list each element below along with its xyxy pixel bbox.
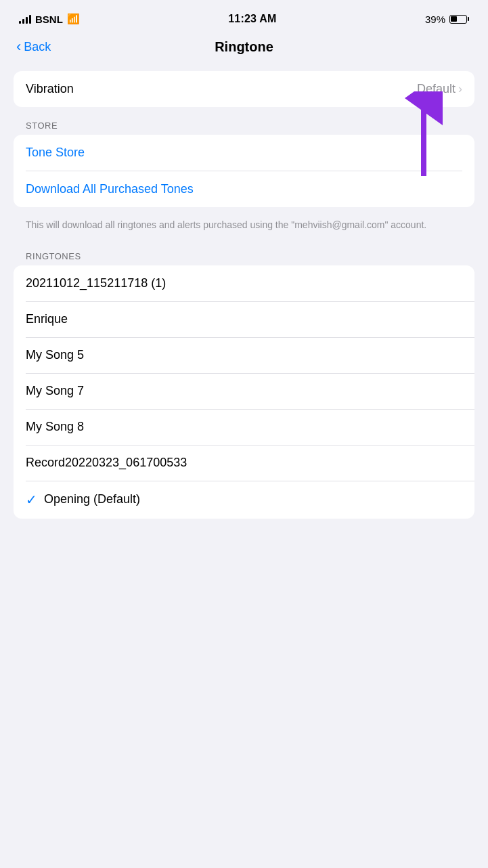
ringtone-item[interactable]: My Song 5	[14, 337, 474, 373]
page-title: Ringtone	[215, 39, 273, 55]
ringtone-item[interactable]: 20211012_115211718 (1)	[14, 265, 474, 301]
ringtone-item[interactable]: My Song 8	[14, 409, 474, 445]
vibration-label: Vibration	[26, 82, 74, 96]
ringtones-card: 20211012_115211718 (1)EnriqueMy Song 5My…	[14, 265, 474, 519]
ringtone-name: Record20220323_061700533	[26, 456, 187, 470]
checkmark-icon: ✓	[26, 492, 37, 508]
ringtone-item[interactable]: Record20220323_061700533	[14, 445, 474, 481]
back-label: Back	[24, 40, 51, 54]
status-left: BSNL 📶	[19, 13, 80, 25]
ringtones-section-label: RINGTONES	[14, 243, 474, 265]
ringtone-name: Opening (Default)	[44, 492, 140, 506]
tone-store-row[interactable]: Tone Store	[14, 135, 474, 171]
store-card: Tone Store Download All Purchased Tones	[14, 135, 474, 207]
vibration-chevron-icon: ›	[458, 82, 462, 96]
ringtone-item[interactable]: Enrique	[14, 301, 474, 337]
vibration-card: Vibration Default ›	[14, 71, 474, 107]
back-chevron-icon: ‹	[16, 38, 21, 56]
signal-bars-icon	[19, 14, 31, 24]
nav-header: ‹ Back Ringtone	[0, 34, 488, 66]
ringtone-name: 20211012_115211718 (1)	[26, 276, 166, 290]
ringtone-name: My Song 5	[26, 348, 84, 362]
store-footer-note: This will download all ringtones and ale…	[14, 213, 474, 243]
wifi-icon: 📶	[67, 13, 80, 25]
vibration-value: Default	[417, 82, 456, 96]
battery-percent: 39%	[425, 14, 445, 25]
ringtone-name: My Song 7	[26, 384, 84, 398]
ringtone-item[interactable]: ✓Opening (Default)	[14, 481, 474, 519]
download-all-label: Download All Purchased Tones	[26, 182, 194, 196]
ringtone-item[interactable]: My Song 7	[14, 373, 474, 409]
vibration-row[interactable]: Vibration Default ›	[14, 71, 474, 107]
battery-icon	[449, 15, 469, 24]
tone-store-label: Tone Store	[26, 146, 85, 160]
ringtone-name: Enrique	[26, 312, 68, 326]
carrier-label: BSNL	[35, 14, 63, 25]
download-all-row[interactable]: Download All Purchased Tones	[14, 171, 474, 207]
ringtone-name: My Song 8	[26, 420, 84, 434]
status-time: 11:23 AM	[228, 13, 276, 25]
status-right: 39%	[425, 14, 469, 25]
store-section-label: STORE	[14, 112, 474, 135]
back-button[interactable]: ‹ Back	[16, 39, 51, 56]
status-bar: BSNL 📶 11:23 AM 39%	[0, 0, 488, 34]
content-area: Vibration Default › STORE Tone Store Dow…	[0, 66, 488, 529]
vibration-value-group: Default ›	[417, 82, 462, 96]
